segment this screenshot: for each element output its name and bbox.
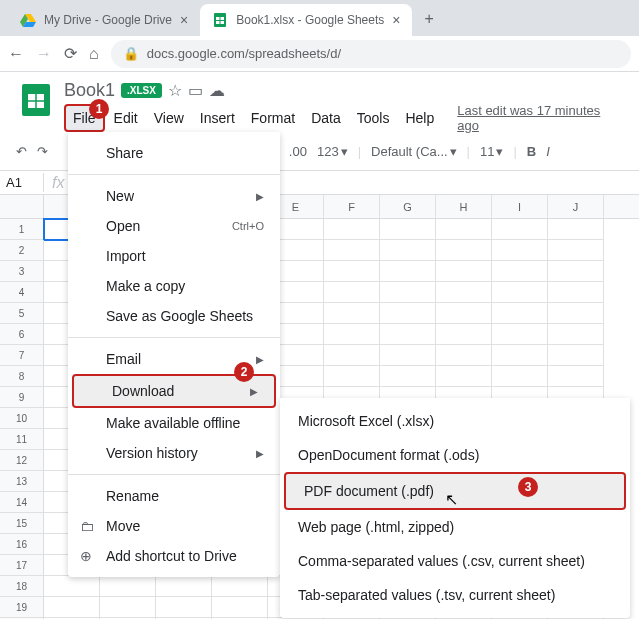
cell[interactable] xyxy=(324,345,380,366)
row-header[interactable]: 13 xyxy=(0,471,44,492)
row-header[interactable]: 14 xyxy=(0,492,44,513)
menu-import[interactable]: Import xyxy=(68,241,280,271)
undo-button[interactable]: ↶ xyxy=(16,144,27,159)
cell[interactable] xyxy=(436,261,492,282)
download-ods[interactable]: OpenDocument format (.ods) xyxy=(280,438,630,472)
row-header[interactable]: 1 xyxy=(0,219,44,240)
cell[interactable] xyxy=(380,366,436,387)
name-box[interactable]: A1 xyxy=(0,173,44,192)
cell[interactable] xyxy=(44,576,100,597)
cell[interactable] xyxy=(492,219,548,240)
bold-button[interactable]: B xyxy=(527,144,536,159)
cell[interactable] xyxy=(436,240,492,261)
col-header[interactable]: F xyxy=(324,195,380,218)
row-header[interactable]: 17 xyxy=(0,555,44,576)
row-header[interactable]: 7 xyxy=(0,345,44,366)
cloud-icon[interactable]: ☁ xyxy=(209,81,225,100)
row-header[interactable]: 5 xyxy=(0,303,44,324)
font-dropdown[interactable]: Default (Ca... ▾ xyxy=(371,144,457,159)
menu-share[interactable]: Share xyxy=(68,138,280,168)
menu-insert[interactable]: Insert xyxy=(193,106,242,130)
cell[interactable] xyxy=(44,597,100,618)
download-csv[interactable]: Comma-separated values (.csv, current sh… xyxy=(280,544,630,578)
new-tab-button[interactable]: + xyxy=(412,2,445,36)
cell[interactable] xyxy=(100,576,156,597)
document-title[interactable]: Book1 xyxy=(64,80,115,101)
cell[interactable] xyxy=(436,303,492,324)
cell[interactable] xyxy=(324,240,380,261)
browser-tab-sheets[interactable]: Book1.xlsx - Google Sheets × xyxy=(200,4,412,36)
cell[interactable] xyxy=(548,219,604,240)
menu-view[interactable]: View xyxy=(147,106,191,130)
cell[interactable] xyxy=(492,303,548,324)
row-header[interactable]: 2 xyxy=(0,240,44,261)
cell[interactable] xyxy=(436,345,492,366)
select-all-corner[interactable] xyxy=(0,195,44,218)
col-header[interactable]: H xyxy=(436,195,492,218)
menu-edit[interactable]: Edit xyxy=(107,106,145,130)
cell[interactable] xyxy=(324,324,380,345)
menu-format[interactable]: Format xyxy=(244,106,302,130)
cell[interactable] xyxy=(436,324,492,345)
menu-open[interactable]: OpenCtrl+O xyxy=(68,211,280,241)
menu-save-as-sheets[interactable]: Save as Google Sheets xyxy=(68,301,280,331)
menu-new[interactable]: New▶ xyxy=(68,181,280,211)
sheets-logo[interactable] xyxy=(16,80,56,120)
cell[interactable] xyxy=(548,324,604,345)
cell[interactable] xyxy=(436,366,492,387)
cell[interactable] xyxy=(436,282,492,303)
cell[interactable] xyxy=(156,597,212,618)
cell[interactable] xyxy=(212,597,268,618)
cell[interactable] xyxy=(212,576,268,597)
move-icon[interactable]: ▭ xyxy=(188,81,203,100)
increase-decimal[interactable]: .00 xyxy=(289,144,307,159)
cell[interactable] xyxy=(492,261,548,282)
reload-button[interactable]: ⟳ xyxy=(64,44,77,63)
row-header[interactable]: 15 xyxy=(0,513,44,534)
last-edit-link[interactable]: Last edit was 17 minutes ago xyxy=(457,103,623,133)
cell[interactable] xyxy=(492,366,548,387)
star-icon[interactable]: ☆ xyxy=(168,81,182,100)
cell[interactable] xyxy=(380,345,436,366)
row-header[interactable]: 19 xyxy=(0,597,44,618)
cell[interactable] xyxy=(380,324,436,345)
close-icon[interactable]: × xyxy=(392,12,400,28)
menu-make-copy[interactable]: Make a copy xyxy=(68,271,280,301)
cell[interactable] xyxy=(380,240,436,261)
cell[interactable] xyxy=(492,324,548,345)
row-header[interactable]: 3 xyxy=(0,261,44,282)
cell[interactable] xyxy=(436,219,492,240)
col-header[interactable]: J xyxy=(548,195,604,218)
cell[interactable] xyxy=(324,282,380,303)
cell[interactable] xyxy=(548,345,604,366)
cell[interactable] xyxy=(324,303,380,324)
row-header[interactable]: 16 xyxy=(0,534,44,555)
italic-button[interactable]: I xyxy=(546,144,550,159)
download-xlsx[interactable]: Microsoft Excel (.xlsx) xyxy=(280,404,630,438)
cell[interactable] xyxy=(492,240,548,261)
cell[interactable] xyxy=(548,282,604,303)
home-button[interactable]: ⌂ xyxy=(89,45,99,63)
cell[interactable] xyxy=(548,261,604,282)
col-header[interactable]: G xyxy=(380,195,436,218)
cell[interactable] xyxy=(380,303,436,324)
menu-version-history[interactable]: Version history▶ xyxy=(68,438,280,468)
redo-button[interactable]: ↷ xyxy=(37,144,48,159)
menu-add-shortcut[interactable]: ⊕Add shortcut to Drive xyxy=(68,541,280,571)
col-header[interactable]: I xyxy=(492,195,548,218)
download-tsv[interactable]: Tab-separated values (.tsv, current shee… xyxy=(280,578,630,612)
cell[interactable] xyxy=(380,261,436,282)
cell[interactable] xyxy=(548,240,604,261)
menu-move[interactable]: 🗀Move xyxy=(68,511,280,541)
row-header[interactable]: 4 xyxy=(0,282,44,303)
cell[interactable] xyxy=(380,282,436,303)
cell[interactable] xyxy=(492,282,548,303)
menu-offline[interactable]: Make available offline xyxy=(68,408,280,438)
cell[interactable] xyxy=(100,597,156,618)
row-header[interactable]: 11 xyxy=(0,429,44,450)
cell[interactable] xyxy=(324,261,380,282)
row-header[interactable]: 8 xyxy=(0,366,44,387)
menu-help[interactable]: Help xyxy=(398,106,441,130)
cell[interactable] xyxy=(548,366,604,387)
cell[interactable] xyxy=(492,345,548,366)
